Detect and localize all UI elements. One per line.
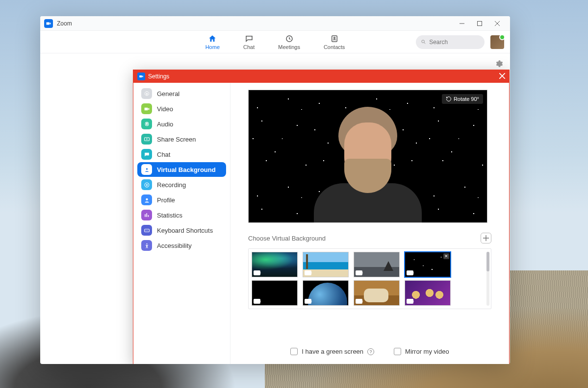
close-window-button[interactable] xyxy=(488,16,506,31)
video-icon xyxy=(141,103,152,114)
remove-background-button[interactable]: ✕ xyxy=(443,253,449,259)
add-background-button[interactable] xyxy=(481,233,491,243)
mirror-checkbox[interactable] xyxy=(394,348,401,355)
svg-point-7 xyxy=(146,168,147,170)
sidebar-item-chat[interactable]: Chat xyxy=(137,147,226,162)
mirror-label: Mirror my video xyxy=(405,348,449,355)
background-thumbnails: ✕ xyxy=(248,248,491,309)
maximize-button[interactable] xyxy=(471,16,488,31)
titlebar: Zoom xyxy=(40,16,510,31)
nav-contacts-label: Contacts xyxy=(324,44,345,50)
settings-close-button[interactable] xyxy=(499,72,505,81)
background-thumb-dog[interactable] xyxy=(354,280,400,306)
video-icon xyxy=(407,270,413,275)
rotate-icon xyxy=(446,96,452,102)
gear-icon xyxy=(141,88,152,99)
green-screen-checkbox[interactable] xyxy=(290,348,298,355)
sidebar-item-general[interactable]: General xyxy=(137,86,226,101)
sidebar-item-label: Audio xyxy=(157,121,173,128)
sidebar-item-virtual-background[interactable]: Virtual Background xyxy=(137,162,226,177)
sidebar-item-label: General xyxy=(157,90,179,97)
settings-app-icon xyxy=(137,73,145,80)
sidebar-item-label: Recording xyxy=(157,181,186,189)
audio-icon xyxy=(141,119,152,129)
sidebar-item-profile[interactable]: Profile xyxy=(137,193,226,207)
nav-contacts[interactable]: Contacts xyxy=(324,34,345,50)
green-screen-option: I have a green screen ? xyxy=(290,348,374,355)
settings-title: Settings xyxy=(148,73,169,80)
video-icon xyxy=(356,270,362,275)
sidebar-item-label: Chat xyxy=(157,151,170,158)
user-avatar[interactable] xyxy=(490,35,504,49)
sidebar-item-recording[interactable]: Recording xyxy=(137,177,226,192)
sidebar-item-label: Profile xyxy=(157,196,175,204)
background-thumb-black[interactable] xyxy=(252,280,298,306)
svg-point-15 xyxy=(146,243,147,244)
sidebar-item-label: Accessibility xyxy=(157,242,192,249)
svg-point-3 xyxy=(333,37,335,39)
sidebar-item-video[interactable]: Video xyxy=(137,101,226,116)
green-screen-label: I have a green screen xyxy=(302,348,363,355)
search-input[interactable] xyxy=(429,39,480,46)
svg-point-9 xyxy=(146,184,147,185)
sidebar-item-label: Share Screen xyxy=(157,136,196,143)
nav-home[interactable]: Home xyxy=(205,34,220,50)
video-preview: Rotate 90° xyxy=(248,90,487,223)
choose-background-label: Choose Virtual Background xyxy=(248,235,326,242)
nav-home-label: Home xyxy=(205,44,220,50)
settings-gear-button[interactable] xyxy=(494,59,503,70)
sidebar-item-audio[interactable]: Audio xyxy=(137,117,226,131)
contacts-icon xyxy=(330,34,339,43)
settings-content: Rotate 90° Choose Virtual Background ✕ xyxy=(230,83,509,364)
settings-sidebar: GeneralVideoAudioShare ScreenChatVirtual… xyxy=(133,83,230,364)
share-icon xyxy=(141,134,152,145)
sidebar-item-keyboard-shortcuts[interactable]: Keyboard Shortcuts xyxy=(137,223,226,238)
rotate-label: Rotate 90° xyxy=(454,96,479,102)
background-thumb-dance[interactable] xyxy=(405,280,451,306)
home-icon xyxy=(208,34,217,43)
video-icon xyxy=(254,270,260,275)
clock-icon xyxy=(285,34,294,43)
background-thumb-aurora[interactable] xyxy=(252,252,298,277)
zoom-window: Zoom Home Chat Meetings Contacts xyxy=(40,16,510,364)
svg-point-13 xyxy=(146,230,147,230)
sidebar-item-share-screen[interactable]: Share Screen xyxy=(137,132,226,146)
background-thumb-earth[interactable] xyxy=(303,280,349,306)
svg-point-14 xyxy=(147,230,148,230)
profile-icon xyxy=(141,194,152,205)
nav-chat[interactable]: Chat xyxy=(243,34,255,50)
svg-point-10 xyxy=(146,198,148,200)
plus-icon xyxy=(483,235,489,241)
thumbnails-scrollbar[interactable] xyxy=(486,252,489,306)
search-icon xyxy=(421,39,426,45)
a11y-icon xyxy=(141,240,152,251)
background-thumb-stars[interactable]: ✕ xyxy=(405,252,451,277)
window-title: Zoom xyxy=(57,20,72,27)
search-box[interactable] xyxy=(416,35,485,49)
video-icon xyxy=(407,299,413,304)
settings-header: Settings xyxy=(133,70,509,83)
green-screen-help-icon[interactable]: ? xyxy=(367,348,374,355)
sidebar-item-statistics[interactable]: Statistics xyxy=(137,208,226,222)
rotate-button[interactable]: Rotate 90° xyxy=(442,94,483,104)
record-icon xyxy=(141,179,152,190)
sidebar-item-label: Keyboard Shortcuts xyxy=(157,227,213,234)
video-icon xyxy=(305,270,311,275)
nav-meetings-label: Meetings xyxy=(278,44,300,50)
svg-point-4 xyxy=(422,40,425,43)
user-icon xyxy=(141,164,152,175)
svg-point-12 xyxy=(145,230,146,230)
svg-point-5 xyxy=(146,93,147,94)
mirror-option: Mirror my video xyxy=(394,348,449,355)
chat-icon xyxy=(141,149,152,160)
sidebar-item-label: Virtual Background xyxy=(157,166,216,173)
svg-rect-0 xyxy=(478,21,482,25)
sidebar-item-accessibility[interactable]: Accessibility xyxy=(137,238,226,253)
nav-meetings[interactable]: Meetings xyxy=(278,34,300,50)
video-icon xyxy=(356,299,362,304)
background-thumb-beach[interactable] xyxy=(303,252,349,277)
settings-dialog: Settings GeneralVideoAudioShare ScreenCh… xyxy=(133,70,510,364)
minimize-button[interactable] xyxy=(453,16,471,31)
sidebar-item-label: Statistics xyxy=(157,212,182,219)
background-thumb-hangar[interactable] xyxy=(354,252,400,277)
